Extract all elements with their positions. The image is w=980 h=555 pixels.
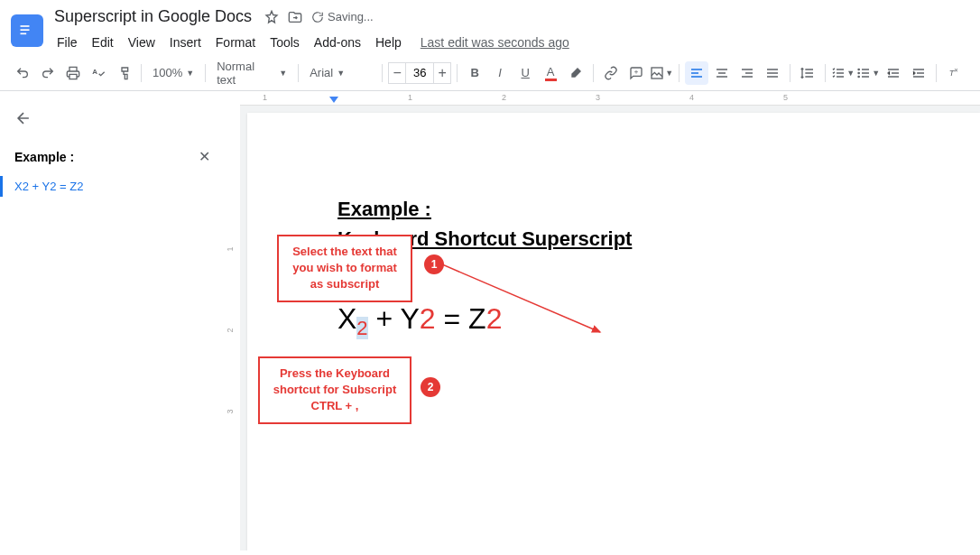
indent-marker-icon[interactable] [329,97,338,103]
svg-rect-2 [21,32,27,34]
svg-point-6 [858,71,861,74]
link-button[interactable] [599,61,623,85]
align-justify-button[interactable] [761,61,784,85]
outline-item[interactable]: X2 + Y2 = Z2 [0,176,210,197]
indent-dec-button[interactable] [882,61,905,85]
menu-edit[interactable]: Edit [86,32,120,53]
comment-button[interactable] [624,61,648,85]
equation-text[interactable]: X2 + Y2 = Z2 [337,302,953,340]
close-icon[interactable]: ✕ [199,148,210,165]
clear-format-button[interactable]: T✕ [942,61,966,85]
svg-point-7 [858,75,861,78]
menu-file[interactable]: File [51,32,84,53]
doc-title[interactable]: Superscript in Google Docs [51,5,255,28]
menu-insert[interactable]: Insert [163,32,208,53]
horizontal-ruler[interactable]: 1 1 2 3 4 5 [240,91,980,106]
selected-subscript: 2 [356,317,367,339]
move-folder-icon[interactable] [288,10,302,24]
highlight-button[interactable] [564,61,587,85]
svg-text:A: A [92,68,97,76]
zoom-select[interactable]: 100%▼ [147,62,199,83]
align-center-button[interactable] [710,61,734,85]
app-header: Superscript in Google Docs Saving... Fil… [0,0,980,55]
outline-panel: Example : ✕ X2 + Y2 = Z2 [0,91,226,550]
font-select[interactable]: Arial▼ [304,62,376,83]
paint-format-button[interactable] [112,61,135,85]
svg-point-5 [858,68,861,70]
font-size-inc-button[interactable]: + [433,62,451,84]
saving-status: Saving... [311,10,374,23]
last-edit-link[interactable]: Last edit was seconds ago [421,32,569,53]
menu-help[interactable]: Help [369,32,408,53]
vertical-ruler: 1 2 3 [226,91,240,550]
image-button[interactable]: ▼ [650,61,673,85]
redo-button[interactable] [36,61,60,85]
font-size-input[interactable] [406,62,433,84]
checklist-button[interactable]: ▼ [831,61,855,85]
editor-area: 1 1 2 3 4 5 Example : Keyboard Shortcut … [240,91,980,550]
callout-1: Select the text that you wish to format … [277,235,412,302]
undo-button[interactable] [11,61,34,85]
spellcheck-button[interactable]: A [87,61,110,85]
style-select[interactable]: Normal text▼ [211,56,292,90]
italic-button[interactable]: I [488,61,512,85]
callout-badge-1: 1 [424,254,444,274]
bold-button[interactable]: B [463,61,486,85]
doc-heading-line1[interactable]: Example : [337,194,953,224]
docs-logo-icon[interactable] [11,14,43,47]
svg-text:✕: ✕ [954,67,958,72]
indent-inc-button[interactable] [907,61,930,85]
menu-tools[interactable]: Tools [263,32,306,53]
svg-rect-0 [21,25,30,27]
menu-addons[interactable]: Add-ons [308,32,367,53]
doc-heading-line2[interactable]: Keyboard Shortcut Superscript [337,224,953,254]
svg-rect-1 [21,29,30,31]
print-button[interactable] [61,61,85,85]
outline-header[interactable]: Example : [14,150,74,164]
bullet-list-button[interactable]: ▼ [856,61,880,85]
font-size-dec-button[interactable]: − [388,62,406,84]
star-icon[interactable] [264,10,279,24]
align-right-button[interactable] [735,61,759,85]
callout-2: Press the Keyboard shortcut for Subscrip… [258,356,411,424]
align-left-button[interactable] [685,61,708,85]
sync-icon [311,11,324,23]
toolbar: A 100%▼ Normal text▼ Arial▼ − + B I U A … [0,55,980,91]
callout-badge-2: 2 [421,377,440,397]
document-page[interactable]: Example : Keyboard Shortcut Superscript … [247,113,980,550]
line-spacing-button[interactable] [796,61,819,85]
underline-button[interactable]: U [513,61,537,85]
text-color-button[interactable]: A [539,61,562,85]
back-arrow-icon[interactable] [14,109,32,127]
menubar: File Edit View Insert Format Tools Add-o… [51,30,969,55]
menu-format[interactable]: Format [209,32,262,53]
menu-view[interactable]: View [122,32,162,53]
